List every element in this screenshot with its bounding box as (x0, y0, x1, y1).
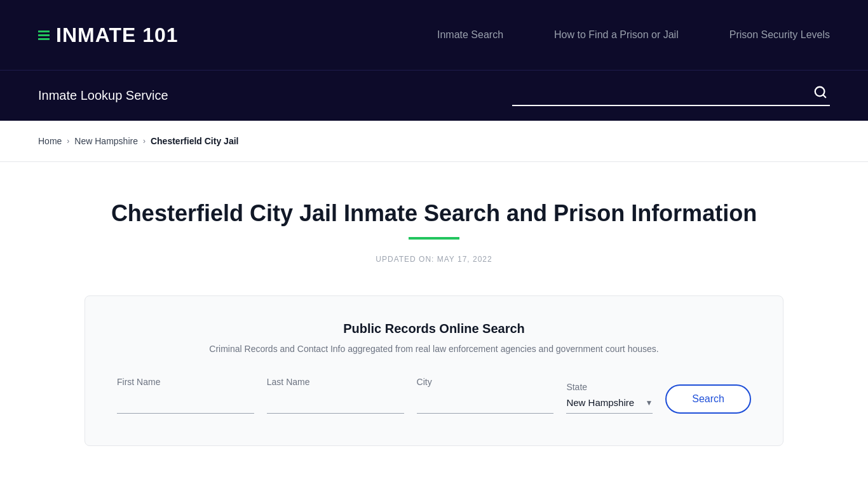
city-label: City (417, 377, 554, 387)
state-select[interactable]: AlabamaAlaskaArizonaArkansasCaliforniaCo… (566, 397, 655, 408)
search-section-title: Inmate Lookup Service (38, 88, 168, 103)
search-card-description: Criminal Records and Contact Info aggreg… (117, 344, 751, 354)
search-card: Public Records Online Search Criminal Re… (85, 295, 783, 446)
search-button[interactable]: Search (665, 384, 751, 414)
top-navigation: INMATE 101 Inmate Search How to Find a P… (0, 0, 868, 70)
state-field: State AlabamaAlaskaArizonaArkansasCalifo… (566, 382, 653, 414)
city-input[interactable] (417, 392, 554, 414)
first-name-input[interactable] (117, 392, 254, 414)
nav-inmate-search[interactable]: Inmate Search (437, 29, 503, 41)
city-field: City (417, 377, 554, 414)
main-content: Chesterfield City Jail Inmate Search and… (0, 162, 868, 471)
breadcrumb-home[interactable]: Home (38, 136, 62, 146)
breadcrumb-section: Home › New Hampshire › Chesterfield City… (0, 121, 868, 162)
last-name-input[interactable] (267, 392, 404, 414)
nav-security-levels[interactable]: Prison Security Levels (729, 29, 830, 41)
search-section: Inmate Lookup Service (0, 70, 868, 121)
first-name-field: First Name (117, 377, 254, 414)
last-name-label: Last Name (267, 377, 404, 387)
nav-links: Inmate Search How to Find a Prison or Ja… (437, 29, 830, 41)
updated-date: UPDATED ON: MAY 17, 2022 (376, 255, 492, 264)
page-title: Chesterfield City Jail Inmate Search and… (111, 200, 757, 227)
state-select-wrapper: AlabamaAlaskaArizonaArkansasCaliforniaCo… (566, 397, 653, 414)
breadcrumb: Home › New Hampshire › Chesterfield City… (38, 136, 830, 146)
search-card-title: Public Records Online Search (117, 322, 751, 336)
svg-line-1 (823, 95, 825, 97)
search-icon-button[interactable] (811, 85, 830, 102)
last-name-field: Last Name (267, 377, 404, 414)
breadcrumb-state[interactable]: New Hampshire (74, 136, 138, 146)
search-input-wrapper (512, 85, 830, 106)
logo-link[interactable]: INMATE 101 (38, 24, 179, 47)
search-form-row: First Name Last Name City State AlabamaA… (117, 377, 751, 414)
nav-find-prison[interactable]: How to Find a Prison or Jail (554, 29, 679, 41)
title-underline (409, 237, 459, 240)
breadcrumb-current: Chesterfield City Jail (151, 136, 239, 146)
state-label: State (566, 382, 653, 392)
first-name-label: First Name (117, 377, 254, 387)
search-input[interactable] (512, 86, 811, 102)
logo-text: INMATE 101 (56, 24, 179, 47)
breadcrumb-chevron-1: › (67, 137, 69, 146)
search-icon (813, 85, 827, 99)
breadcrumb-chevron-2: › (143, 137, 146, 146)
logo-icon (38, 30, 50, 40)
